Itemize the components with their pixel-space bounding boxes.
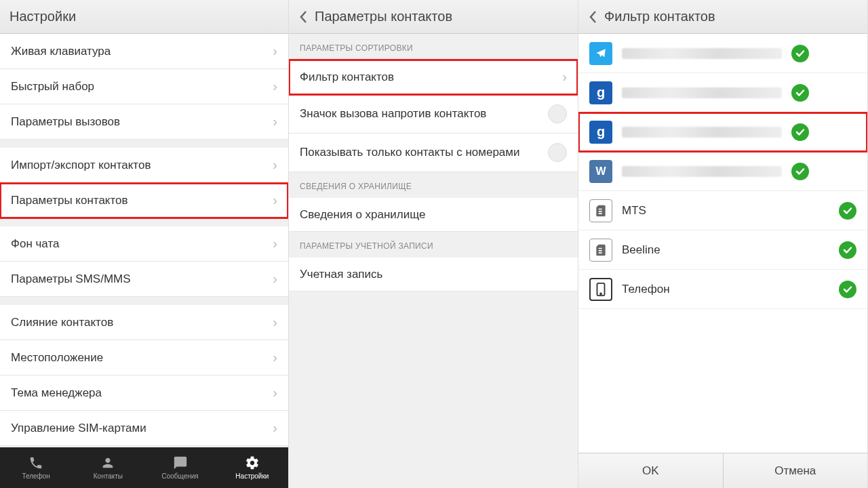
row-label: Параметры вызовов [11, 115, 273, 129]
nav-contacts[interactable]: Контакты [72, 447, 144, 488]
row-label: Живая клавиатура [11, 45, 273, 58]
filter-row[interactable] [578, 34, 867, 73]
filter-buttons: OK Отмена [578, 453, 867, 488]
chevron-right-icon: › [273, 79, 277, 94]
params-row[interactable]: Значок вызова напротив контактов [289, 95, 578, 134]
chevron-right-icon: › [273, 157, 277, 173]
check-icon[interactable] [791, 84, 809, 102]
settings-list: Живая клавиатура›Быстрый набор›Параметры… [0, 34, 288, 447]
row-label: Местоположение [11, 351, 273, 365]
filter-row[interactable]: Телефон [578, 270, 867, 309]
row-label: Фон чата [11, 237, 273, 251]
settings-row[interactable]: Параметры контактов› [0, 183, 288, 218]
filter-row[interactable]: g [578, 113, 867, 152]
row-label: Тема менеджера [11, 386, 273, 400]
settings-panel: Настройки Живая клавиатура›Быстрый набор… [0, 0, 289, 488]
settings-row[interactable]: Живая клавиатура› [0, 34, 288, 69]
row-label: Слияние контактов [11, 316, 273, 329]
ok-button[interactable]: OK [578, 453, 724, 488]
check-icon[interactable] [791, 45, 809, 62]
settings-row[interactable]: Управление SIM-картами› [0, 411, 288, 446]
check-icon[interactable] [839, 241, 856, 259]
account-label-blurred [622, 87, 782, 98]
phone-icon [589, 278, 612, 301]
nav-phone[interactable]: Телефон [0, 447, 72, 488]
chevron-right-icon: › [273, 192, 277, 208]
filter-row[interactable]: MTS [578, 191, 867, 230]
cancel-button[interactable]: Отмена [724, 453, 868, 488]
settings-row[interactable]: Параметры SMS/MMS› [0, 262, 288, 297]
contact-params-list: ПАРАМЕТРЫ СОРТИРОВКИФильтр контактов›Зна… [289, 34, 578, 488]
toggle[interactable] [548, 143, 567, 162]
row-label: Импорт/экспорт контактов [11, 159, 273, 172]
telegram-icon [589, 42, 612, 65]
check-icon[interactable] [791, 163, 809, 180]
svg-point-1 [600, 293, 601, 294]
account-label-blurred [622, 127, 782, 138]
back-icon[interactable] [588, 9, 597, 25]
check-icon[interactable] [791, 123, 809, 141]
toggle[interactable] [548, 104, 567, 123]
filter-header[interactable]: Фильтр контактов [578, 0, 867, 34]
contact-params-header[interactable]: Параметры контактов [289, 0, 578, 34]
row-label: Параметры контактов [11, 194, 273, 207]
chevron-right-icon: › [273, 271, 277, 287]
chevron-right-icon: › [273, 385, 277, 401]
settings-header: Настройки [0, 0, 288, 34]
check-icon[interactable] [839, 281, 856, 298]
row-label: Параметры SMS/MMS [11, 272, 273, 286]
settings-row[interactable]: Тема менеджера› [0, 375, 288, 411]
section-label: СВЕДЕНИЯ О ХРАНИЛИЩЕ [289, 172, 578, 198]
chevron-right-icon: › [562, 69, 567, 85]
params-row[interactable]: Показывать только контакты с номерами [289, 134, 578, 172]
settings-row[interactable]: Фон чата› [0, 226, 288, 262]
filter-row[interactable]: g [578, 73, 867, 113]
row-label: Сведения о хранилище [300, 208, 567, 222]
row-label: Значок вызова напротив контактов [300, 107, 548, 121]
nav-messages[interactable]: Сообщения [144, 447, 216, 488]
settings-row[interactable]: Параметры вызовов› [0, 104, 288, 140]
filter-panel: Фильтр контактов ggWMTSBeelineТелефон OK… [578, 0, 868, 488]
chevron-right-icon: › [273, 114, 277, 129]
account-label-blurred [622, 48, 782, 59]
params-row[interactable]: Фильтр контактов› [289, 60, 578, 95]
contact-params-title: Параметры контактов [315, 9, 452, 24]
check-icon[interactable] [839, 202, 856, 220]
row-label: Фильтр контактов [300, 70, 562, 84]
account-label-blurred [622, 166, 782, 177]
account-label: MTS [622, 204, 829, 218]
section-label: ПАРАМЕТРЫ СОРТИРОВКИ [289, 34, 578, 60]
settings-row[interactable]: Местоположение› [0, 340, 288, 375]
filter-row[interactable]: Beeline [578, 230, 867, 270]
settings-row[interactable]: Импорт/экспорт контактов› [0, 148, 288, 183]
google-icon: g [589, 121, 612, 144]
params-row[interactable]: Сведения о хранилище [289, 198, 578, 232]
account-label: Beeline [622, 243, 829, 257]
chevron-right-icon: › [273, 236, 277, 251]
row-label: Учетная запись [300, 268, 567, 281]
filter-row[interactable]: W [578, 152, 867, 191]
back-icon[interactable] [298, 9, 308, 25]
row-label: Быстрый набор [11, 80, 273, 94]
settings-title: Настройки [9, 9, 76, 24]
bottom-nav: Телефон Контакты Сообщения Настройки [0, 447, 288, 488]
chevron-right-icon: › [273, 314, 277, 330]
sim-icon [589, 239, 612, 262]
section-label: ПАРАМЕТРЫ УЧЕТНОЙ ЗАПИСИ [289, 232, 578, 258]
params-row[interactable]: Учетная запись [289, 258, 578, 291]
vk-icon: W [589, 160, 612, 183]
contact-params-panel: Параметры контактов ПАРАМЕТРЫ СОРТИРОВКИ… [289, 0, 578, 488]
filter-title: Фильтр контактов [604, 9, 715, 24]
google-icon: g [589, 81, 612, 104]
account-label: Телефон [622, 283, 829, 296]
sim-icon [589, 199, 612, 222]
filter-list: ggWMTSBeelineТелефон [578, 34, 867, 453]
chevron-right-icon: › [273, 43, 277, 59]
nav-settings[interactable]: Настройки [216, 447, 288, 488]
row-label: Показывать только контакты с номерами [300, 146, 548, 159]
chevron-right-icon: › [273, 420, 277, 436]
settings-row[interactable]: Слияние контактов› [0, 305, 288, 340]
row-label: Управление SIM-картами [11, 422, 273, 435]
chevron-right-icon: › [273, 350, 277, 365]
settings-row[interactable]: Быстрый набор› [0, 69, 288, 104]
